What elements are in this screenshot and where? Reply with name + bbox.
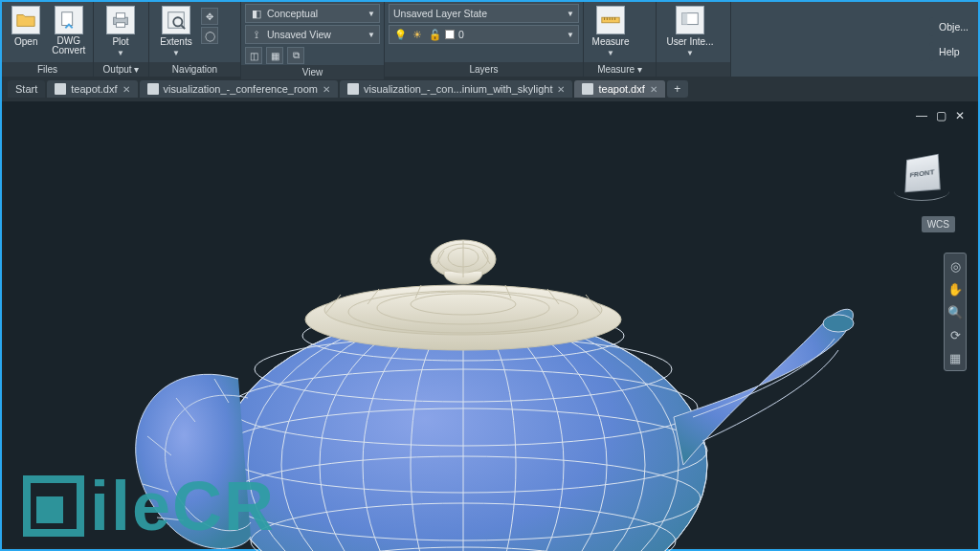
watermark-logo-icon xyxy=(23,475,84,537)
chevron-down-icon: ▼ xyxy=(117,49,124,57)
printer-icon xyxy=(106,6,135,34)
orbit-tool-icon[interactable]: ⟳ xyxy=(947,326,964,343)
model-viewport[interactable]: — ▢ ✕ FRONT WCS ◎ ✋ 🔍 ⟳ ▦ xyxy=(4,101,976,547)
svg-rect-8 xyxy=(682,13,688,25)
saved-view-value: Unsaved View xyxy=(267,29,331,40)
svg-point-27 xyxy=(324,285,602,335)
svg-rect-2 xyxy=(116,13,124,19)
orbit-icon[interactable]: ◯ xyxy=(201,27,218,44)
view-panel-title: View xyxy=(241,65,384,79)
named-views-icon[interactable]: ⧉ xyxy=(287,47,304,64)
close-tab-icon[interactable]: ✕ xyxy=(557,84,565,95)
chevron-down-icon: ▼ xyxy=(567,31,574,39)
dwg-convert-button[interactable]: DWG Convert xyxy=(49,4,90,55)
doc-tab-label: visualization_-_conference_room xyxy=(164,83,318,95)
svg-point-25 xyxy=(823,315,854,332)
navigation-bar: ◎ ✋ 🔍 ⟳ ▦ xyxy=(944,253,967,371)
layer-state-dropdown[interactable]: Unsaved Layer State ▼ xyxy=(389,4,579,23)
output-panel-title[interactable]: Output ▾ xyxy=(94,62,148,77)
close-tab-icon[interactable]: ✕ xyxy=(122,84,130,95)
svg-rect-3 xyxy=(116,23,124,28)
pan-icon[interactable]: ✥ xyxy=(201,8,218,25)
wcs-button[interactable]: WCS xyxy=(922,216,955,232)
new-tab-button[interactable]: + xyxy=(667,80,688,98)
view-manager-icon[interactable]: ◫ xyxy=(245,47,262,64)
doc-tab[interactable]: visualization_-_conference_room ✕ xyxy=(140,80,338,98)
navigation-panel-title: Navigation xyxy=(149,62,240,77)
visual-style-value: Conceptual xyxy=(267,8,318,19)
doc-tab[interactable]: visualization_-_con...inium_with_skyligh… xyxy=(340,80,572,98)
open-button[interactable]: Open xyxy=(6,4,47,47)
file-icon xyxy=(147,83,159,95)
doc-tab-label: visualization_-_con...inium_with_skyligh… xyxy=(364,83,552,95)
showmotion-icon[interactable]: ▦ xyxy=(947,349,964,366)
maximize-viewport-icon[interactable]: ▢ xyxy=(934,109,947,122)
zoom-extents-button[interactable]: Extents ▼ xyxy=(153,4,199,57)
start-tab-label: Start xyxy=(15,83,37,95)
visual-style-dropdown[interactable]: ◧ Conceptual ▼ xyxy=(245,4,380,23)
compass-ring[interactable] xyxy=(894,182,949,201)
zoom-extents-icon xyxy=(162,6,190,34)
plot-button[interactable]: Plot ▼ xyxy=(98,4,144,57)
object-panel-button[interactable]: Obje... xyxy=(929,17,978,36)
ui-layout-icon xyxy=(676,6,704,34)
watermark-text: ileCR xyxy=(90,467,276,545)
close-viewport-icon[interactable]: ✕ xyxy=(953,109,967,122)
dwg-convert-icon xyxy=(55,6,83,34)
open-label: Open xyxy=(14,36,37,47)
pan-tool-icon[interactable]: ✋ xyxy=(947,280,964,298)
lightbulb-icon: 💡 xyxy=(393,28,407,41)
start-tab[interactable]: Start xyxy=(8,80,45,98)
chevron-down-icon: ▼ xyxy=(368,10,375,18)
doc-tab-active[interactable]: teapot.dxf ✕ xyxy=(574,80,664,98)
watermark: ileCR xyxy=(23,467,276,545)
user-interface-label: User Inte... xyxy=(667,36,714,47)
document-tab-bar: Start teapot.dxf ✕ visualization_-_confe… xyxy=(2,77,978,101)
svg-rect-0 xyxy=(61,12,72,26)
measure-label: Measure xyxy=(592,36,630,47)
svg-point-5 xyxy=(173,17,182,26)
layers-panel-title: Layers xyxy=(385,62,583,77)
help-panel-button[interactable]: Help xyxy=(929,42,978,61)
doc-tab[interactable]: teapot.dxf ✕ xyxy=(47,80,137,98)
lock-open-icon: 🔓 xyxy=(428,28,441,41)
close-tab-icon[interactable]: ✕ xyxy=(650,84,657,95)
visual-style-icon: ◧ xyxy=(250,7,263,20)
user-interface-button[interactable]: User Inte... ▼ xyxy=(660,4,720,57)
view-icon: ⟟ xyxy=(250,28,263,41)
ruler-icon xyxy=(596,6,625,34)
dwg-convert-label: DWG Convert xyxy=(52,36,85,55)
measure-panel-title[interactable]: Measure ▾ xyxy=(584,62,656,77)
extents-label: Extents xyxy=(160,36,191,47)
folder-open-icon xyxy=(11,6,40,34)
layer-color-swatch xyxy=(445,30,455,39)
minimize-viewport-icon[interactable]: — xyxy=(915,109,928,122)
file-icon xyxy=(347,83,359,95)
sun-icon: ☀ xyxy=(411,28,424,41)
measure-button[interactable]: Measure ▼ xyxy=(588,4,634,57)
viewport-config-icon[interactable]: ▦ xyxy=(266,47,283,64)
ribbon: Open DWG Convert Files Plot ▼ Output ▾ xyxy=(2,2,978,77)
close-tab-icon[interactable]: ✕ xyxy=(323,84,330,95)
layer-state-value: Unsaved Layer State xyxy=(393,8,487,19)
chevron-down-icon: ▼ xyxy=(172,49,180,57)
doc-tab-label: teapot.dxf xyxy=(598,83,644,95)
ui-panel-title xyxy=(657,62,730,77)
chevron-down-icon: ▼ xyxy=(607,49,614,57)
current-layer-dropdown[interactable]: 💡 ☀ 🔓 0 ▼ xyxy=(389,25,579,44)
chevron-down-icon: ▼ xyxy=(686,49,694,57)
doc-tab-label: teapot.dxf xyxy=(71,83,117,95)
plot-label: Plot xyxy=(112,36,128,47)
chevron-down-icon: ▼ xyxy=(567,10,574,18)
view-cube[interactable]: FRONT xyxy=(888,149,955,202)
zoom-tool-icon[interactable]: 🔍 xyxy=(947,303,964,320)
chevron-down-icon: ▼ xyxy=(368,31,375,39)
current-layer-value: 0 xyxy=(458,29,464,40)
full-nav-wheel-icon[interactable]: ◎ xyxy=(947,257,964,275)
file-icon xyxy=(55,83,66,95)
saved-view-dropdown[interactable]: ⟟ Unsaved View ▼ xyxy=(245,25,380,44)
file-icon xyxy=(582,83,593,95)
files-panel-title: Files xyxy=(2,62,93,77)
